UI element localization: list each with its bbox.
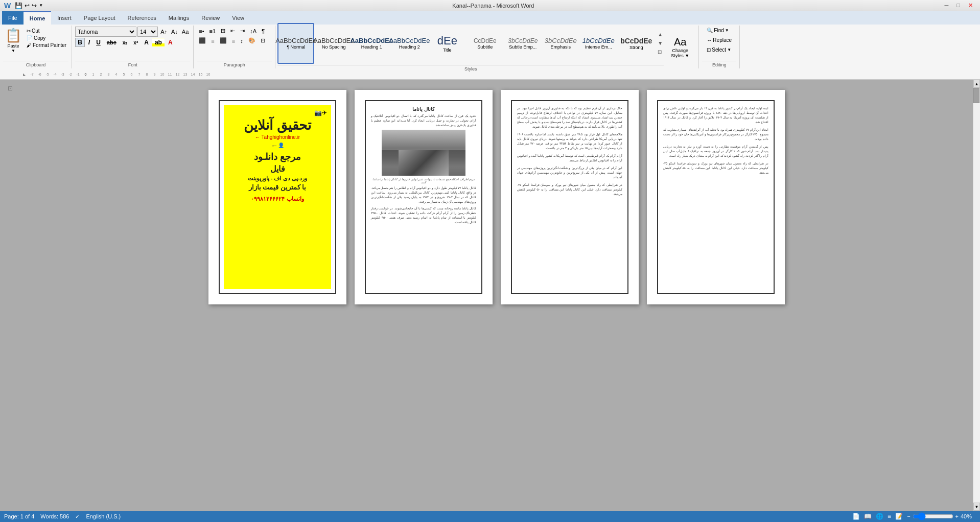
scroll-track[interactable] <box>973 88 980 503</box>
underline-btn[interactable]: U <box>94 38 103 47</box>
view-web-btn[interactable]: 🌐 <box>876 513 883 520</box>
copy-button[interactable]: 📄 Copy <box>25 35 68 41</box>
spelling-icon[interactable]: ✓ <box>75 513 80 520</box>
document-scroll-area[interactable]: 📷 ✈ تحقیق آنلاین Tahghighonline.ir ← ← 👤… <box>20 80 973 511</box>
tab-references[interactable]: References <box>122 11 162 25</box>
vertical-scrollbar[interactable]: ▲ ▼ <box>973 80 980 511</box>
bold-btn[interactable]: B <box>75 38 85 47</box>
replace-icon: ↔ <box>707 37 712 43</box>
tab-page-layout[interactable]: Page Layout <box>78 11 122 25</box>
borders-btn[interactable]: ⊡ <box>259 36 267 45</box>
style-strong-btn[interactable]: bCcDdEe Strong <box>618 23 655 64</box>
style-no-spacing-btn[interactable]: AaBbCcDdEe No Spacing <box>315 23 352 64</box>
text-effects-btn[interactable]: A <box>142 38 151 47</box>
zoom-in-btn[interactable]: + <box>955 513 959 519</box>
paste-dropdown[interactable]: ▼ <box>11 49 15 53</box>
shrink-font-btn[interactable]: A↓ <box>170 28 179 35</box>
font-color-btn[interactable]: A <box>166 38 175 47</box>
style-subtle-emp-btn[interactable]: 3bCcDdEe Subtle Emp... <box>504 23 541 64</box>
align-left-btn[interactable]: ⬛ <box>197 36 208 45</box>
subscript-btn[interactable]: x₂ <box>120 39 130 46</box>
styles-more-btn[interactable]: ⊡ <box>657 48 664 56</box>
view-normal-btn[interactable]: 📄 <box>852 513 860 520</box>
tab-insert[interactable]: Insert <box>51 11 78 25</box>
style-subtitle-label: Subtitle <box>477 44 493 50</box>
justify-btn[interactable]: ≡ <box>230 37 237 45</box>
style-heading2-btn[interactable]: AaBbCcDdEe Heading 2 <box>391 23 428 64</box>
show-hide-btn[interactable]: ¶ <box>260 27 267 35</box>
window-title: Kanal--Panama - Microsoft Word <box>452 3 534 9</box>
decrease-indent-btn[interactable]: ⇤ <box>228 27 237 35</box>
view-draft-btn[interactable]: 📝 <box>895 513 903 520</box>
language-info[interactable]: English (U.S.) <box>86 513 121 520</box>
ruler-mark-neg6: -6 <box>36 73 43 77</box>
tab-file[interactable]: File <box>2 11 24 25</box>
multilevel-btn[interactable]: ⊞ <box>219 27 227 35</box>
sort-btn[interactable]: ↕A <box>248 27 259 35</box>
style-emphasis-btn[interactable]: 3bCcDdEe Emphasis <box>542 23 579 64</box>
style-normal-btn[interactable]: AaBbCcDdEe ¶ Normal <box>277 23 314 64</box>
ruler-mark-6: 6 <box>128 73 135 77</box>
align-center-btn[interactable]: ≡ <box>209 37 216 45</box>
change-styles-btn[interactable]: Aa ChangeStyles ▼ <box>666 28 694 66</box>
align-right-btn[interactable]: ⬛ <box>218 36 229 45</box>
undo-btn[interactable]: ↩ <box>25 2 30 9</box>
highlight-color-btn[interactable]: ab <box>152 38 165 47</box>
scroll-thumb[interactable] <box>973 88 979 103</box>
ruler-left-indent: ◣ <box>20 73 28 77</box>
select-btn[interactable]: ⊡ Select ▼ <box>705 46 733 54</box>
quick-access-dropdown[interactable]: ▼ <box>39 3 43 8</box>
increase-indent-btn[interactable]: ⇥ <box>238 27 247 35</box>
cut-button[interactable]: ✂ Cut <box>25 28 68 34</box>
font-size-select[interactable]: 14 <box>137 27 158 37</box>
minimize-btn[interactable]: ─ <box>942 2 952 9</box>
style-subtitle-btn[interactable]: CcDdEe Subtitle <box>466 23 503 64</box>
close-btn[interactable]: ✕ <box>965 2 976 9</box>
font-name-select[interactable]: Tahoma <box>75 27 136 37</box>
shading-btn[interactable]: 🎨 <box>246 36 258 45</box>
grow-font-btn[interactable]: A↑ <box>159 28 169 35</box>
numbering-btn[interactable]: ≡1 <box>207 27 218 35</box>
bullets-btn[interactable]: ≡• <box>197 27 206 35</box>
tab-mailings[interactable]: Mailings <box>162 11 195 25</box>
zoom-slider[interactable] <box>913 512 953 520</box>
arrow-icon: ← <box>271 141 278 150</box>
italic-btn[interactable]: I <box>86 38 92 47</box>
zoom-percentage[interactable]: 40% <box>961 513 976 519</box>
page-3: حاک برداری از آن قرم عظیم بود که با تکه … <box>501 90 639 304</box>
replace-btn[interactable]: ↔ Replace <box>705 36 734 44</box>
strikethrough-btn[interactable]: abc <box>104 38 119 46</box>
styles-scroll-up-btn[interactable]: ▲ <box>657 31 664 38</box>
style-subtle-emp-preview: 3bCcDdEe <box>508 37 538 44</box>
zoom-out-btn[interactable]: − <box>907 513 910 519</box>
style-title-btn[interactable]: dEe Title <box>429 23 465 64</box>
cut-label: Cut <box>32 28 40 34</box>
clear-format-btn[interactable]: Aa <box>180 28 190 35</box>
paste-button[interactable]: 📋 Paste ▼ <box>3 27 24 54</box>
tab-view[interactable]: View <box>226 11 250 25</box>
line-spacing-btn[interactable]: ↕ <box>238 37 245 45</box>
tab-review[interactable]: Review <box>195 11 226 25</box>
select-dropdown[interactable]: ▼ <box>727 48 731 52</box>
page3-para3: آرام آرام یک آرام غیرطبیعی است که توسط آ… <box>517 154 622 163</box>
page-info: Page: 1 of 4 <box>4 513 34 520</box>
style-intense-emp-btn[interactable]: 1bCcDdEe Intense Em... <box>580 23 617 64</box>
view-reading-btn[interactable]: 📖 <box>864 513 872 520</box>
format-painter-button[interactable]: 🖌 Format Painter <box>25 42 68 49</box>
view-outline-btn[interactable]: ≡ <box>888 513 891 520</box>
save-btn[interactable]: 💾 <box>15 2 22 9</box>
redo-btn[interactable]: ↪ <box>32 2 37 9</box>
scroll-up-btn[interactable]: ▲ <box>973 80 980 88</box>
find-dropdown[interactable]: ▼ <box>725 28 729 33</box>
restore-btn[interactable]: □ <box>953 2 963 9</box>
tab-home[interactable]: Home <box>24 11 52 25</box>
find-btn[interactable]: 🔍 Find ▼ <box>705 27 731 34</box>
styles-scroll-down-btn[interactable]: ▼ <box>657 39 664 47</box>
page2-image <box>382 130 466 176</box>
layout-icon[interactable]: ⊡ <box>8 85 13 92</box>
image-content <box>399 150 449 176</box>
superscript-btn[interactable]: x² <box>131 39 141 46</box>
style-heading1-btn[interactable]: AaBbCcDdEe Heading 1 <box>353 23 390 64</box>
scroll-down-btn[interactable]: ▼ <box>973 503 980 511</box>
cover-site-url: Tahghighonline.ir ← <box>255 134 300 140</box>
